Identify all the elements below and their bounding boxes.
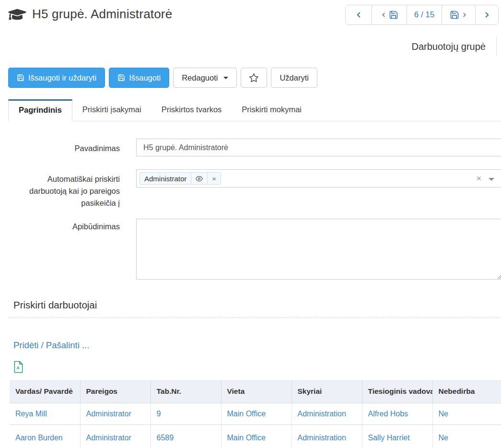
tag-remove-button[interactable]: × <box>207 172 221 185</box>
entity-type-row: Darbuotojų grupė <box>8 37 501 56</box>
tag-view-button[interactable] <box>191 172 208 185</box>
employee-name-link[interactable]: Aaron Burden <box>15 431 63 445</box>
employees-table: Vardas/ Pavardė Pareigos Tab.Nr. Vieta S… <box>10 380 501 448</box>
employee-position-link[interactable]: Administrator <box>86 434 131 442</box>
col-header-position[interactable]: Pareigos <box>80 380 151 403</box>
main-form: Pavadinimas Automatiškai priskirti darbu… <box>8 139 501 282</box>
vertical-divider <box>496 37 497 56</box>
employee-inactive-link[interactable]: Ne <box>439 410 448 418</box>
chevron-right-icon <box>461 12 468 18</box>
form-row-description: Apibūdinimas <box>8 219 501 282</box>
eye-icon <box>196 175 203 182</box>
next-record-button[interactable] <box>475 5 498 24</box>
tab-pagrindinis[interactable]: Pagrindinis <box>8 99 72 121</box>
table-row: Reya Mill Administrator 9 Main Office Ad… <box>10 403 501 425</box>
name-input[interactable] <box>136 139 501 156</box>
floppy-icon <box>117 74 125 82</box>
tab-priskirtos-tvarkos[interactable]: Priskirtos tvarkos <box>151 99 232 121</box>
entity-type-label: Darbuotojų grupė <box>411 41 486 52</box>
col-header-location[interactable]: Vieta <box>221 380 291 403</box>
col-header-name[interactable]: Vardas/ Pavardė <box>10 380 80 403</box>
employee-department-link[interactable]: Administration <box>298 434 346 442</box>
employee-location-link[interactable]: Main Office <box>227 434 266 442</box>
description-textarea[interactable] <box>136 219 501 280</box>
table-row: Aaron Burden Administrator 6589 Main Off… <box>10 425 501 448</box>
form-row-name: Pavadinimas <box>8 139 501 156</box>
employee-manager-link[interactable]: Sally Harriet <box>368 434 410 442</box>
col-header-inactive[interactable]: Nebedirba <box>432 380 501 403</box>
auto-assign-multiselect[interactable]: Administrator × × <box>136 169 501 188</box>
section-divider <box>8 318 501 318</box>
col-header-tab-nr[interactable]: Tab.Nr. <box>151 380 221 403</box>
edit-label: Redaguoti <box>182 73 218 83</box>
employee-name-link[interactable]: Reya Mill <box>15 410 47 418</box>
table-header-row: Vardas/ Pavardė Pareigos Tab.Nr. Vieta S… <box>10 380 501 403</box>
selected-tag-label: Administrator <box>140 172 191 185</box>
tab-priskirti-isakymai[interactable]: Priskirti įsakymai <box>72 99 151 121</box>
col-header-manager[interactable]: Tiesioginis vadovas <box>362 380 432 403</box>
excel-file-icon: x <box>13 361 23 373</box>
close-button[interactable]: Uždaryti <box>271 68 317 88</box>
page: H5 grupė. Administratorė 6 / 15 Darbuoto… <box>0 0 501 448</box>
form-row-auto-assign: Automatiškai priskirti darbuotoją kai jo… <box>8 169 501 219</box>
clear-selection-icon[interactable]: × <box>476 174 481 184</box>
graduation-cap-icon <box>8 7 26 22</box>
close-label: Uždaryti <box>280 73 309 83</box>
add-remove-link[interactable]: Pridėti / Pašalinti ... <box>13 340 89 351</box>
employees-section-title: Priskirti darbuotojai <box>8 299 501 311</box>
prev-record-button[interactable] <box>346 5 372 24</box>
description-field-label: Apibūdinimas <box>8 219 120 233</box>
page-title: H5 grupė. Administratorė <box>32 7 172 22</box>
tab-priskirti-mokymai[interactable]: Priskirti mokymai <box>232 99 312 121</box>
favorite-button[interactable] <box>241 68 267 88</box>
floppy-icon <box>450 10 459 20</box>
star-icon <box>249 73 259 83</box>
save-and-prev-button[interactable] <box>372 5 407 24</box>
chevron-left-icon <box>380 12 387 18</box>
caret-down-icon <box>223 77 228 79</box>
record-pager: 6 / 15 <box>345 5 499 25</box>
excel-export-button[interactable]: x <box>8 351 501 375</box>
toolbar: Išsaugoti ir uždaryti Išsaugoti Redaguot… <box>8 68 501 88</box>
save-and-close-button[interactable]: Išsaugoti ir uždaryti <box>8 68 105 88</box>
chevron-left-icon <box>354 11 363 19</box>
save-and-close-label: Išsaugoti ir uždaryti <box>28 73 96 83</box>
edit-dropdown-button[interactable]: Redaguoti <box>173 68 237 88</box>
svg-text:x: x <box>16 365 20 370</box>
employee-location-link[interactable]: Main Office <box>227 410 266 418</box>
tab-bar: Pagrindinis Priskirti įsakymai Priskirto… <box>8 99 501 121</box>
floppy-icon <box>389 10 398 20</box>
header: H5 grupė. Administratorė 6 / 15 <box>8 0 501 25</box>
save-label: Išsaugoti <box>129 73 161 83</box>
employee-manager-link[interactable]: Alfred Hobs <box>368 410 408 418</box>
record-counter: 6 / 15 <box>407 5 442 24</box>
save-button[interactable]: Išsaugoti <box>109 68 169 88</box>
employee-tabnr-link[interactable]: 6589 <box>157 434 174 442</box>
employee-department-link[interactable]: Administration <box>298 410 346 418</box>
auto-assign-field-label: Automatiškai priskirti darbuotoją kai jo… <box>8 169 120 209</box>
employee-inactive-link[interactable]: Ne <box>439 434 448 442</box>
employee-position-link[interactable]: Administrator <box>86 410 131 418</box>
chevron-right-icon <box>483 11 491 19</box>
title-wrap: H5 grupė. Administratorė <box>8 4 172 22</box>
name-field-label: Pavadinimas <box>8 139 120 154</box>
employee-tabnr-link[interactable]: 9 <box>157 410 161 418</box>
floppy-icon <box>17 74 24 82</box>
col-header-department[interactable]: Skyriai <box>291 380 362 403</box>
dropdown-caret-icon[interactable] <box>489 178 494 181</box>
save-and-next-button[interactable] <box>442 5 475 24</box>
